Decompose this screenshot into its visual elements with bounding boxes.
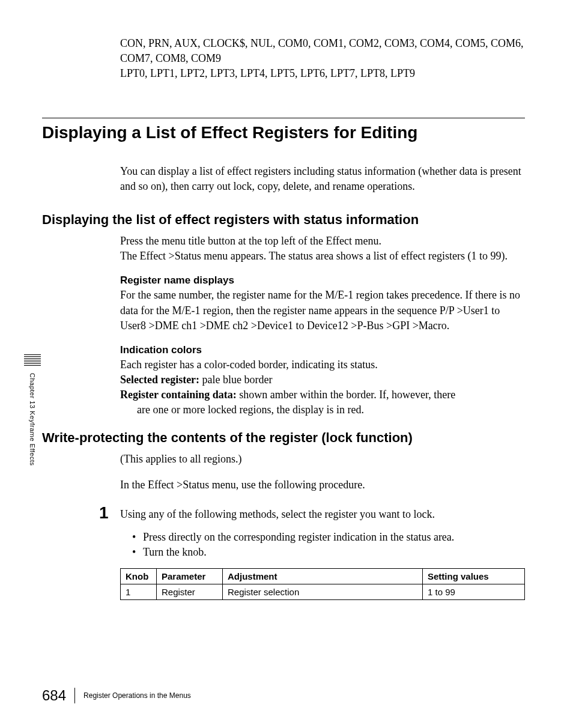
def-term: Selected register: (120, 374, 199, 386)
def-term: Register containing data: (120, 389, 237, 401)
bullet-item: • Press directly on the corresponding re… (132, 530, 525, 545)
footer-divider (74, 688, 75, 703)
reserved-names-line1: CON, PRN, AUX, CLOCK$, NUL, COM0, COM1, … (120, 37, 524, 64)
td-parameter: Register (157, 584, 223, 600)
section-divider (42, 118, 525, 118)
def-desc: shown amber within the border. If, howev… (237, 389, 456, 401)
page-number: 684 (42, 687, 74, 704)
td-knob: 1 (121, 584, 157, 600)
page-title: Displaying a List of Effect Registers fo… (42, 123, 525, 142)
td-adjustment: Register selection (223, 584, 423, 600)
bullet-icon: • (132, 530, 143, 545)
def-register-data: Register containing data: shown amber wi… (120, 387, 525, 402)
register-name-paragraph: For the same number, the register name f… (120, 288, 525, 333)
section1-paragraph: Press the menu title button at the top l… (120, 234, 525, 264)
marker-lines-icon (24, 354, 41, 367)
top-reserved-names: CON, PRN, AUX, CLOCK$, NUL, COM0, COM1, … (120, 36, 525, 82)
th-adjustment: Adjustment (223, 569, 423, 584)
step-number: 1 (99, 503, 120, 523)
bullet-icon: • (132, 545, 143, 560)
step-text: Using any of the following methods, sele… (120, 503, 435, 522)
step1-bullets: • Press directly on the corresponding re… (132, 530, 525, 560)
section1-heading: Displaying the list of effect registers … (42, 212, 525, 228)
th-setting: Setting values (423, 569, 525, 584)
bullet-text: Turn the knob. (143, 545, 207, 560)
def-selected-register: Selected register: pale blue border (120, 372, 525, 387)
indication-intro: Each register has a color-coded border, … (120, 357, 525, 372)
section2-para1: (This applies to all regions.) (120, 452, 525, 467)
section2-heading: Write-protecting the contents of the reg… (42, 430, 525, 446)
reserved-names-line2: LPT0, LPT1, LPT2, LPT3, LPT4, LPT5, LPT6… (120, 67, 415, 79)
section2-para2: In the Effect >Status menu, use the foll… (120, 478, 525, 493)
bullet-item: • Turn the knob. (132, 545, 525, 560)
th-knob: Knob (121, 569, 157, 584)
footer-section-title: Register Operations in the Menus (83, 691, 191, 700)
register-name-heading: Register name displays (120, 275, 525, 287)
step-1: 1 Using any of the following methods, se… (99, 503, 525, 523)
indication-colors-heading: Indication colors (120, 344, 525, 356)
page-footer: 684 Register Operations in the Menus (42, 687, 191, 704)
intro-paragraph: You can display a list of effect registe… (120, 164, 525, 194)
table-row: 1 Register Register selection 1 to 99 (121, 584, 525, 600)
sidebar-marker: Chapter 13 Keyframe Effects (24, 354, 41, 466)
indication-colors-definitions: Each register has a color-coded border, … (120, 357, 525, 418)
def-desc: pale blue border (199, 374, 272, 386)
bullet-text: Press directly on the corresponding regi… (143, 530, 454, 545)
th-parameter: Parameter (157, 569, 223, 584)
td-setting: 1 to 99 (423, 584, 525, 600)
knob-table: Knob Parameter Adjustment Setting values… (120, 568, 525, 600)
table-header-row: Knob Parameter Adjustment Setting values (121, 569, 525, 584)
def-register-data-cont: are one or more locked regions, the disp… (120, 402, 525, 417)
sidebar-chapter-label: Chapter 13 Keyframe Effects (29, 373, 36, 466)
